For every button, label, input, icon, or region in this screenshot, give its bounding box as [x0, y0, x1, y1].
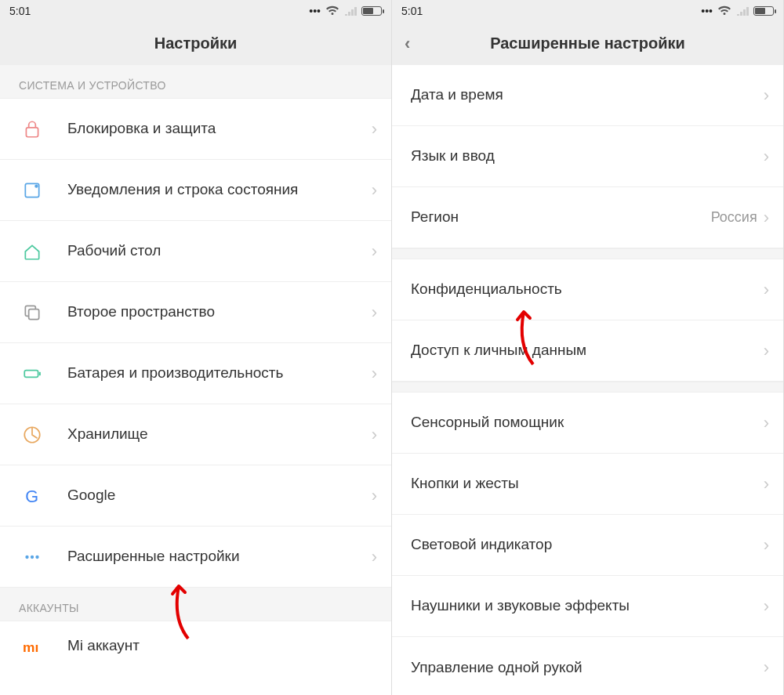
svg-text:mı: mı	[23, 639, 38, 655]
row-region[interactable]: Регион Россия ›	[392, 187, 783, 248]
row-buttons-gestures[interactable]: Кнопки и жесты ›	[392, 454, 783, 515]
header: ‹ Расширенные настройки	[392, 22, 783, 65]
chevron-right-icon: ›	[372, 486, 377, 506]
section-gap	[392, 248, 783, 259]
status-time: 5:01	[401, 5, 423, 17]
chevron-right-icon: ›	[372, 180, 377, 201]
chevron-right-icon: ›	[372, 547, 377, 567]
chevron-right-icon: ›	[764, 474, 769, 494]
row-touch-assistant[interactable]: Сенсорный помощник ›	[392, 393, 783, 454]
row-label: Управление одной рукой	[411, 658, 764, 678]
phone-settings: 5:01 ••• Настройки СИСТЕМА И УСТРОЙСТВО …	[0, 0, 392, 695]
signal-icon	[736, 5, 749, 16]
row-mi-account[interactable]: mı Mi аккаунт	[0, 621, 391, 670]
svg-point-2	[34, 184, 38, 187]
back-button[interactable]: ‹	[405, 34, 410, 54]
section-accounts: АККАУНТЫ	[0, 588, 391, 621]
section-system: СИСТЕМА И УСТРОЙСТВО	[0, 65, 391, 99]
chevron-right-icon: ›	[372, 119, 377, 139]
svg-point-9	[25, 555, 28, 558]
mi-icon: mı	[19, 632, 45, 659]
chevron-right-icon: ›	[764, 535, 769, 556]
chevron-right-icon: ›	[764, 657, 769, 678]
row-label: Mi аккаунт	[67, 636, 377, 656]
more-icon: •••	[701, 5, 713, 17]
svg-rect-6	[39, 371, 41, 375]
row-label: Второе пространство	[67, 302, 372, 322]
phone-advanced: 5:01 ••• ‹ Расширенные настройки Дата и …	[392, 0, 784, 695]
row-label: Дата и время	[411, 85, 764, 105]
row-label: Регион	[411, 208, 711, 227]
chevron-right-icon: ›	[764, 596, 769, 617]
row-lock[interactable]: Блокировка и защита ›	[0, 99, 391, 160]
chevron-right-icon: ›	[764, 413, 769, 433]
settings-list[interactable]: СИСТЕМА И УСТРОЙСТВО Блокировка и защита…	[0, 65, 391, 695]
svg-rect-0	[26, 127, 38, 136]
page-title: Настройки	[154, 34, 238, 52]
advanced-list[interactable]: Дата и время › Язык и ввод › Регион Росс…	[392, 65, 783, 695]
row-label: Сенсорный помощник	[411, 413, 764, 433]
row-headphones[interactable]: Наушники и звуковые эффекты ›	[392, 576, 783, 637]
row-second-space[interactable]: Второе пространство ›	[0, 282, 391, 343]
chevron-right-icon: ›	[372, 241, 377, 262]
svg-text:G: G	[25, 486, 38, 505]
row-label: Конфиденциальность	[411, 280, 764, 299]
row-date-time[interactable]: Дата и время ›	[392, 65, 783, 126]
chevron-right-icon: ›	[764, 280, 769, 300]
chevron-right-icon: ›	[764, 85, 769, 106]
signal-icon	[344, 5, 357, 16]
row-label: Батарея и производительность	[67, 364, 372, 383]
row-label: Доступ к личным данным	[411, 341, 764, 360]
svg-rect-5	[24, 370, 38, 377]
chevron-right-icon: ›	[764, 341, 769, 361]
status-bar: 5:01 •••	[392, 0, 783, 22]
row-label: Блокировка и защита	[67, 119, 372, 139]
google-icon: G	[19, 483, 45, 509]
row-label: Хранилище	[67, 425, 372, 444]
battery-icon	[19, 360, 45, 387]
svg-rect-4	[29, 309, 39, 319]
row-label: Уведомления и строка состояния	[67, 180, 372, 200]
row-label: Наушники и звуковые эффекты	[411, 596, 764, 616]
chevron-right-icon: ›	[764, 208, 769, 228]
battery-icon	[753, 6, 774, 16]
row-one-hand[interactable]: Управление одной рукой ›	[392, 637, 783, 695]
header: Настройки	[0, 22, 391, 65]
svg-point-10	[31, 555, 34, 558]
chevron-right-icon: ›	[372, 302, 377, 323]
battery-icon	[361, 6, 382, 16]
status-bar: 5:01 •••	[0, 0, 391, 22]
row-home[interactable]: Рабочий стол ›	[0, 221, 391, 282]
row-label: Рабочий стол	[67, 241, 372, 261]
row-storage[interactable]: Хранилище ›	[0, 404, 391, 465]
row-label: Язык и ввод	[411, 147, 764, 166]
more-icon	[19, 544, 45, 570]
wifi-icon	[325, 5, 339, 16]
section-gap	[392, 382, 783, 393]
row-advanced[interactable]: Расширенные настройки ›	[0, 527, 391, 588]
row-value: Россия	[711, 209, 757, 226]
row-label: Кнопки и жесты	[411, 474, 764, 494]
page-title: Расширенные настройки	[490, 34, 685, 52]
row-led[interactable]: Световой индикатор ›	[392, 515, 783, 576]
row-label: Google	[67, 486, 372, 505]
chevron-right-icon: ›	[372, 364, 377, 384]
notifications-icon	[19, 177, 45, 204]
row-language[interactable]: Язык и ввод ›	[392, 126, 783, 187]
chevron-right-icon: ›	[372, 425, 377, 445]
status-icons: •••	[309, 5, 382, 17]
status-icons: •••	[701, 5, 774, 17]
copy-icon	[19, 299, 45, 326]
lock-icon	[19, 116, 45, 143]
home-icon	[19, 238, 45, 265]
more-icon: •••	[309, 5, 321, 17]
row-personal-data[interactable]: Доступ к личным данным ›	[392, 320, 783, 382]
row-label: Световой индикатор	[411, 535, 764, 555]
storage-icon	[19, 422, 45, 448]
status-time: 5:01	[9, 5, 31, 17]
row-label: Расширенные настройки	[67, 547, 372, 566]
row-notifications[interactable]: Уведомления и строка состояния ›	[0, 160, 391, 221]
row-google[interactable]: G Google ›	[0, 465, 391, 527]
row-privacy[interactable]: Конфиденциальность ›	[392, 259, 783, 320]
row-battery[interactable]: Батарея и производительность ›	[0, 343, 391, 404]
